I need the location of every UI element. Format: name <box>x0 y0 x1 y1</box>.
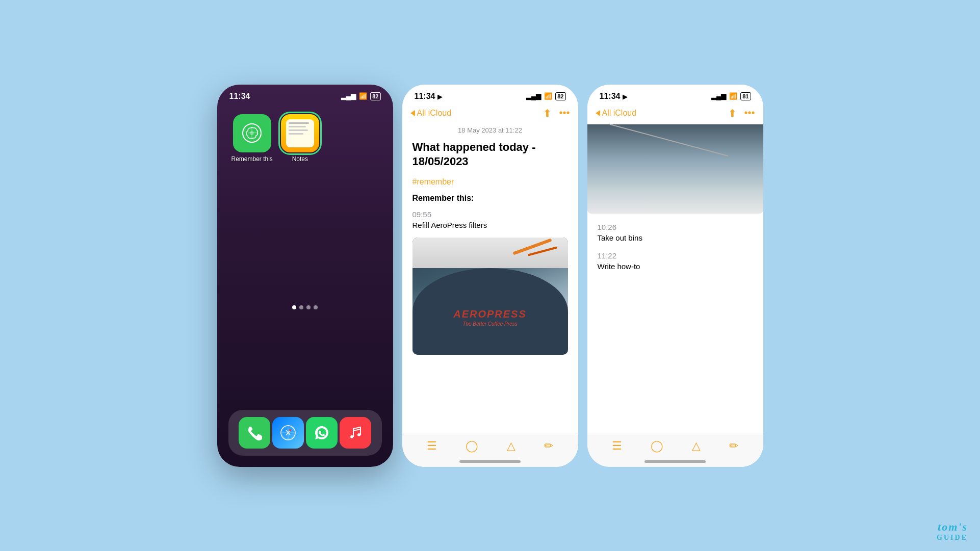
new-note-icon[interactable]: ✏ <box>544 439 553 453</box>
phone2-signal: ▂▄▆ <box>526 92 541 100</box>
phone2-status-icons: ▂▄▆ 📶 82 <box>526 92 565 100</box>
phone3-status-icons: ▂▄▆ 📶 81 <box>711 92 751 100</box>
wifi-icon: 📶 <box>359 92 367 100</box>
phone3-location-icon: ▶ <box>623 93 627 100</box>
phone-app-icon[interactable] <box>239 417 270 449</box>
music-svg <box>346 424 365 442</box>
phone2-notes: 11:34 ▶ ▂▄▆ 📶 82 All iCloud ⬆ ••• <box>402 85 578 467</box>
whatsapp-app-icon[interactable] <box>306 417 338 449</box>
screenshots-container: 11:34 ▂▄▆ 📶 82 <box>217 85 763 467</box>
back-chevron <box>410 110 415 116</box>
note-entry-1: 09:55 Refill AeroPress filters <box>412 209 568 230</box>
remember-this-label: Remember this <box>231 155 273 163</box>
phone1-status-bar: 11:34 ▂▄▆ 📶 82 <box>217 85 393 104</box>
compose-icon[interactable]: △ <box>507 439 515 453</box>
phone3-compose-icon[interactable]: △ <box>692 439 701 453</box>
phone3-new-note-icon[interactable]: ✏ <box>729 439 738 453</box>
phone2-nav-bar: All iCloud ⬆ ••• <box>402 104 578 124</box>
phone2-time: 11:34 ▶ <box>415 92 442 101</box>
brain-icon <box>241 122 264 145</box>
share-icon[interactable]: ⬆ <box>543 107 552 119</box>
phone3-time: 11:34 ▶ <box>600 92 627 101</box>
phone3-signal: ▂▄▆ <box>711 92 726 100</box>
note-hashtag: #remember <box>412 177 568 187</box>
svg-point-1 <box>250 131 254 135</box>
phone3-home-indicator <box>644 460 706 463</box>
phone3-notes-scrolled: 11:34 ▶ ▂▄▆ 📶 81 All iCloud ⬆ ••• <box>587 85 763 467</box>
aeropress-image: AeroPress The Better Coffee Press <box>412 238 568 355</box>
signal-icon: ▂▄▆ <box>341 92 356 100</box>
phone3-wifi: 📶 <box>729 92 737 100</box>
camera-icon[interactable]: ◯ <box>466 439 478 453</box>
entry-time-2: 10:26 <box>598 222 753 232</box>
guide-line: guide <box>937 534 968 542</box>
phone1-homescreen: 11:34 ▂▄▆ 📶 82 <box>217 85 393 467</box>
more-icon[interactable]: ••• <box>559 107 570 119</box>
whatsapp-svg <box>313 424 331 442</box>
toms-line: tom's <box>937 520 968 534</box>
phone1-time: 11:34 <box>229 92 250 101</box>
notes-app-label: Notes <box>292 155 308 163</box>
battery-level: 82 <box>370 92 380 100</box>
notes-app[interactable]: Notes <box>281 114 319 163</box>
note-section-label: Remember this: <box>412 194 568 203</box>
entry-text-3: Write how-to <box>598 261 753 272</box>
safari-app-icon[interactable] <box>272 417 304 449</box>
phone2-time-value: 11:34 <box>415 92 435 100</box>
phone3-battery: 81 <box>740 92 751 100</box>
back-to-icloud[interactable]: All iCloud <box>410 109 452 118</box>
location-icon: ▶ <box>437 93 442 100</box>
phone3-back-btn[interactable]: All iCloud <box>596 109 637 118</box>
phone3-nav-actions: ⬆ ••• <box>728 107 755 119</box>
phone2-battery: 82 <box>555 92 565 100</box>
phone3-checklist-icon[interactable]: ☰ <box>612 439 622 453</box>
dot-2 <box>299 305 303 309</box>
phone2-note-content: 18 May 2023 at 11:22 What happened today… <box>402 124 578 355</box>
phone3-camera-icon[interactable]: ◯ <box>651 439 663 453</box>
note-entry-2: 10:26 Take out bins <box>598 222 753 243</box>
phone3-more-icon[interactable]: ••• <box>744 107 755 119</box>
checklist-icon[interactable]: ☰ <box>427 439 437 453</box>
safari-svg <box>279 424 297 442</box>
dot-3 <box>306 305 311 309</box>
phone2-status-bar: 11:34 ▶ ▂▄▆ 📶 82 <box>402 85 578 104</box>
note-timestamp: 18 May 2023 at 11:22 <box>412 126 568 134</box>
phone1-status-icons: ▂▄▆ 📶 82 <box>341 92 380 100</box>
phone3-chevron <box>596 110 600 116</box>
dock <box>228 410 382 456</box>
phone-svg <box>245 424 264 442</box>
phone3-content: 11:34 ▶ ▂▄▆ 📶 81 All iCloud ⬆ ••• <box>587 85 763 467</box>
phone3-time-value: 11:34 <box>600 92 621 100</box>
dot-4 <box>314 305 318 309</box>
phone1-apps-area: Remember this Notes <box>217 104 393 173</box>
page-dots <box>217 305 393 309</box>
phone2-wifi: 📶 <box>544 92 552 100</box>
notes-icon-inner <box>286 119 314 147</box>
nav-actions: ⬆ ••• <box>543 107 570 119</box>
music-app-icon[interactable] <box>340 417 371 449</box>
entry-time-3: 11:22 <box>598 250 753 261</box>
phone3-status-bar: 11:34 ▶ ▂▄▆ 📶 81 <box>587 85 763 104</box>
toms-guide-watermark: tom's guide <box>937 520 968 542</box>
note-entry-3: 11:22 Write how-to <box>598 250 753 272</box>
back-label: All iCloud <box>417 109 452 118</box>
phone2-content: 11:34 ▶ ▂▄▆ 📶 82 All iCloud ⬆ ••• <box>402 85 578 467</box>
phone3-nav-bar: All iCloud ⬆ ••• <box>587 104 763 124</box>
app-row-1: Remember this Notes <box>231 114 379 163</box>
note-title: What happened today - 18/05/2023 <box>412 140 568 169</box>
svg-point-4 <box>289 429 291 431</box>
phone3-back-label: All iCloud <box>602 109 637 118</box>
entry-time-1: 09:55 <box>412 209 568 220</box>
remember-this-app[interactable]: Remember this <box>231 114 273 163</box>
notes-app-icon[interactable] <box>281 114 319 152</box>
entry-text-2: Take out bins <box>598 232 753 243</box>
shortcuts-app-icon[interactable] <box>233 114 271 152</box>
phone3-scrolled-image <box>587 124 763 214</box>
phone3-share-icon[interactable]: ⬆ <box>728 107 737 119</box>
home-indicator <box>459 460 521 463</box>
phone3-entries: 10:26 Take out bins 11:22 Write how-to <box>587 222 763 272</box>
entry-text-1: Refill AeroPress filters <box>412 220 568 230</box>
dot-1 <box>292 305 296 309</box>
